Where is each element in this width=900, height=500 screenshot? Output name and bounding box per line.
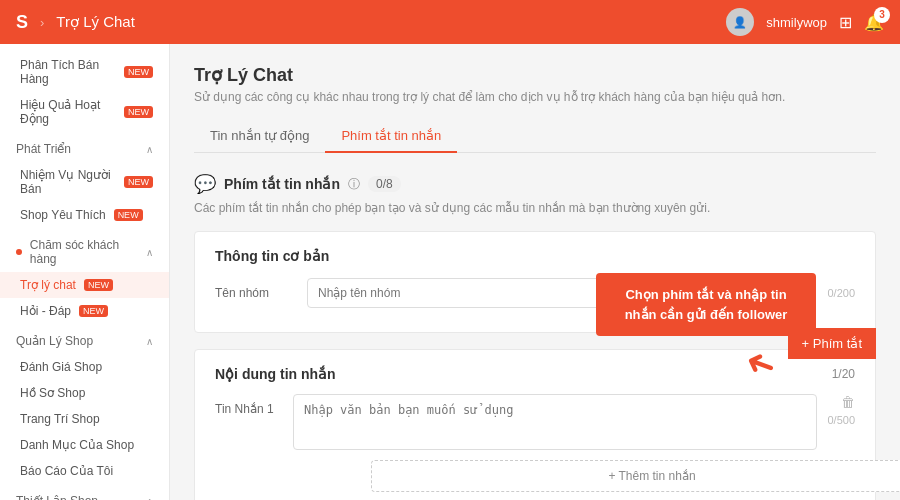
sidebar-item-label: Hỏi - Đáp	[20, 304, 71, 318]
tab-tin-nhan-tu-dong[interactable]: Tin nhắn tự động	[194, 120, 325, 153]
main-content: Trợ Lý Chat Sử dụng các công cụ khác nha…	[170, 44, 900, 500]
sidebar-section-shop-header[interactable]: Quản Lý Shop ∧	[0, 328, 169, 354]
sidebar-section-setup-header[interactable]: Thiết Lập Shop ∧	[0, 488, 169, 500]
sidebar-item-label: Danh Mục Của Shop	[20, 438, 134, 452]
sidebar-item-label: Trợ lý chat	[20, 278, 76, 292]
sidebar-item-ho-so-shop[interactable]: Hồ Sơ Shop	[0, 380, 169, 406]
page-subtitle: Sử dụng các công cụ khác nhau trong trợ …	[194, 90, 876, 104]
sidebar-section-shop: Quản Lý Shop ∧ Đánh Giá Shop Hồ Sơ Shop …	[0, 328, 169, 484]
tin-nhan-label: Tin Nhắn 1	[215, 394, 283, 416]
notification-badge: 3	[874, 7, 890, 23]
sidebar-section-phat-trien: Phát Triển ∧ Nhiệm Vụ Người Bán NEW Shop…	[0, 136, 169, 228]
chat-bubble-icon: 💬	[194, 173, 216, 195]
chevron-up-icon: ∧	[146, 496, 153, 501]
msg-char-count: 0/500	[827, 414, 855, 426]
sidebar-item-bao-cao[interactable]: Báo Cáo Của Tôi	[0, 458, 169, 484]
sidebar-item-label: Trang Trí Shop	[20, 412, 100, 426]
sidebar-section-setup: Thiết Lập Shop ∧ Địa Chỉ Thiết Lập Shop …	[0, 488, 169, 500]
shortcut-title: Phím tắt tin nhắn	[224, 176, 340, 192]
basic-info-section-label: Thông tin cơ bản	[215, 248, 855, 264]
sidebar-item-label: Hồ Sơ Shop	[20, 386, 85, 400]
message-row-1: Tin Nhắn 1 🗑 0/500	[215, 394, 855, 450]
sidebar-item-hoi-dap[interactable]: Hỏi - Đáp NEW	[0, 298, 169, 324]
sidebar-item-danh-muc-shop[interactable]: Danh Mục Của Shop	[0, 432, 169, 458]
sidebar-section-title: Quản Lý Shop	[16, 334, 93, 348]
ten-nhom-char-count: 0/200	[815, 287, 855, 299]
sidebar-section-customer-header[interactable]: Chăm sóc khách hàng ∧	[0, 232, 169, 272]
header-title: Trợ Lý Chat	[56, 13, 134, 31]
sidebar-item-label: Nhiệm Vụ Người Bán	[20, 168, 116, 196]
shopee-logo: S	[16, 12, 28, 33]
message-section-title: Nội dung tin nhắn	[215, 366, 336, 382]
sidebar-item-label: Đánh Giá Shop	[20, 360, 102, 374]
sidebar-section-phat-trien-header[interactable]: Phát Triển ∧	[0, 136, 169, 162]
shortcut-count-badge: 0/8	[368, 176, 401, 192]
grid-icon[interactable]: ⊞	[839, 13, 852, 32]
ten-nhom-label: Tên nhóm	[215, 286, 295, 300]
sidebar-item-trang-tri-shop[interactable]: Trang Trí Shop	[0, 406, 169, 432]
sidebar-item-label: Hiệu Quả Hoạt Động	[20, 98, 116, 126]
help-icon: ⓘ	[348, 176, 360, 193]
add-message-wrap: + Thêm tin nhắn	[215, 460, 855, 492]
shortcut-description: Các phím tắt tin nhắn cho phép bạn tạo v…	[194, 201, 876, 215]
badge-new: NEW	[124, 106, 153, 118]
textarea-actions: 🗑 0/500	[827, 394, 855, 426]
message-count-label: 1/20	[832, 367, 855, 381]
dot-indicator	[16, 249, 22, 255]
trash-icon[interactable]: 🗑	[841, 394, 855, 410]
sidebar-section-customer: Chăm sóc khách hàng ∧ Trợ lý chat NEW Hỏ…	[0, 232, 169, 324]
avatar: 👤	[726, 8, 754, 36]
notification-bell[interactable]: 🔔 3	[864, 13, 884, 32]
sidebar-item-danh-gia-shop[interactable]: Đánh Giá Shop	[0, 354, 169, 380]
sidebar-section-title: Chăm sóc khách hàng	[30, 238, 146, 266]
sidebar: Phân Tích Bán Hàng NEW Hiệu Quả Hoạt Độn…	[0, 44, 170, 500]
sidebar-item-label: Báo Cáo Của Tôi	[20, 464, 113, 478]
sidebar-item-shop-yeu-thich[interactable]: Shop Yêu Thích NEW	[0, 202, 169, 228]
badge-new: NEW	[84, 279, 113, 291]
badge-new: NEW	[79, 305, 108, 317]
chevron-up-icon: ∧	[146, 336, 153, 347]
sidebar-item-phan-tich-ban-hang[interactable]: Phân Tích Bán Hàng NEW	[0, 52, 169, 92]
layout: Phân Tích Bán Hàng NEW Hiệu Quả Hoạt Độn…	[0, 44, 900, 500]
header: S › Trợ Lý Chat 👤 shmilywop ⊞ 🔔 3	[0, 0, 900, 44]
tabs: Tin nhắn tự động Phím tắt tin nhắn	[194, 120, 876, 153]
sidebar-item-nhiem-vu[interactable]: Nhiệm Vụ Người Bán NEW	[0, 162, 169, 202]
sidebar-section-analytics: Phân Tích Bán Hàng NEW Hiệu Quả Hoạt Độn…	[0, 52, 169, 132]
header-right: 👤 shmilywop ⊞ 🔔 3	[726, 8, 884, 36]
chevron-up-icon: ∧	[146, 144, 153, 155]
sidebar-item-label: Phân Tích Bán Hàng	[20, 58, 116, 86]
sidebar-section-title: Phát Triển	[16, 142, 71, 156]
tin-nhan-textarea[interactable]	[293, 394, 817, 450]
add-message-button[interactable]: + Thêm tin nhắn	[371, 460, 900, 492]
badge-new: NEW	[124, 176, 153, 188]
badge-new: NEW	[124, 66, 153, 78]
badge-new: NEW	[114, 209, 143, 221]
sidebar-item-tro-ly-chat[interactable]: Trợ lý chat NEW	[0, 272, 169, 298]
callout-tooltip: Chọn phím tắt và nhập tin nhắn cần gửi đ…	[596, 273, 816, 336]
sidebar-section-title: Thiết Lập Shop	[16, 494, 98, 500]
page-title: Trợ Lý Chat	[194, 64, 876, 86]
tab-phim-tat-tin-nhan[interactable]: Phím tắt tin nhắn	[325, 120, 457, 153]
sidebar-item-label: Shop Yêu Thích	[20, 208, 106, 222]
breadcrumb-separator: ›	[40, 15, 44, 30]
chevron-up-icon: ∧	[146, 247, 153, 258]
sidebar-item-hieu-qua[interactable]: Hiệu Quả Hoạt Động NEW	[0, 92, 169, 132]
username: shmilywop	[766, 15, 827, 30]
